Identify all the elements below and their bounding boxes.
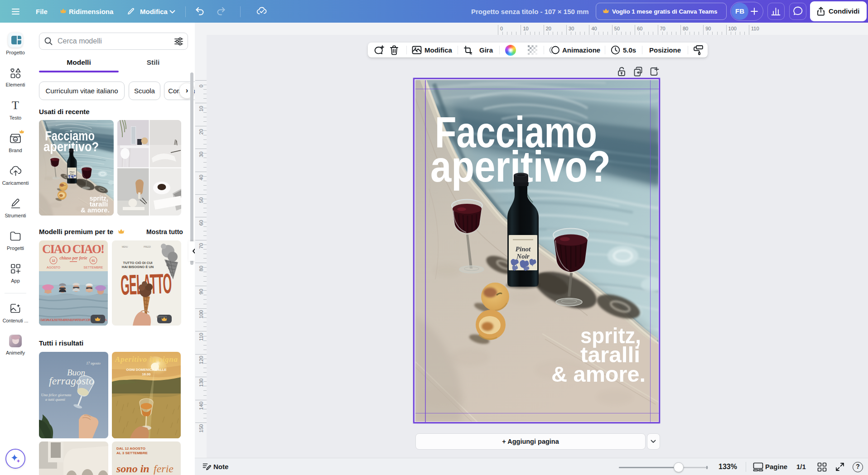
svg-text:MENU: MENU: [122, 246, 128, 248]
svg-text:TUTTO CIÒ DI CUI: TUTTO CIÒ DI CUI: [123, 261, 153, 265]
svg-text:PREZZI: PREZZI: [144, 246, 151, 248]
svg-text:17 agosto: 17 agosto: [86, 361, 100, 365]
svg-text:sono in: sono in: [116, 463, 149, 475]
svg-text:OGNI DOMENICA DALLE: OGNI DOMENICA DALLE: [126, 368, 167, 372]
svg-text:co: co: [14, 138, 17, 141]
svg-text:AGOSTO: AGOSTO: [47, 266, 60, 269]
svg-text:12: 12: [52, 259, 55, 262]
svg-text:@gelatteria: @gelatteria: [156, 316, 167, 318]
svg-text:DAL 12 AGOSTO: DAL 12 AGOSTO: [116, 446, 145, 451]
svg-text:SETTEMBRE: SETTEMBRE: [84, 266, 103, 269]
svg-text:AL 3 SETTEMBRE: AL 3 SETTEMBRE: [116, 451, 148, 455]
svg-text:ferie: ferie: [154, 463, 174, 475]
svg-text:CIAO CIAO!: CIAO CIAO!: [42, 242, 105, 256]
svg-text:chiuso per ferie: chiuso per ferie: [59, 256, 87, 260]
svg-text:01: 01: [92, 259, 95, 262]
svg-text:Una felice giornata: Una felice giornata: [41, 393, 72, 397]
svg-text:Aperitivo in vigna: Aperitivo in vigna: [115, 355, 178, 364]
svg-text:16.00: 16.00: [142, 372, 151, 376]
svg-text:a tutti quanti: a tutti quanti: [45, 397, 66, 402]
